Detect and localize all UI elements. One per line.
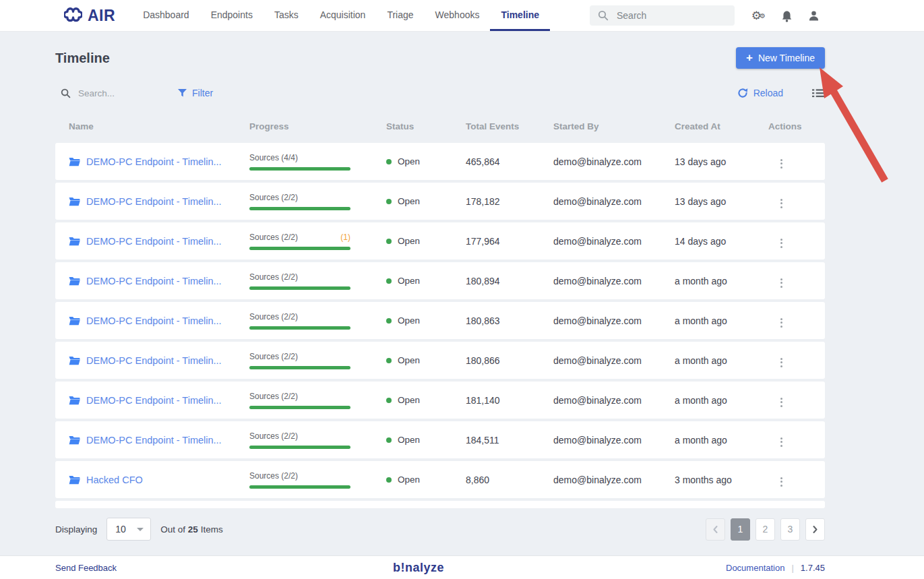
progress-cell: Sources (2/2): [249, 352, 350, 369]
row-actions-kebab-icon[interactable]: [776, 395, 787, 410]
created-at-value: 3 months ago: [675, 475, 768, 485]
progress-bar: [249, 167, 350, 171]
progress-cell: Sources (4/4): [249, 153, 350, 171]
chevron-down-icon: [137, 528, 144, 531]
column-header-progress: Progress: [249, 121, 386, 131]
folder-icon: [69, 316, 80, 326]
total-events-value: 8,860: [466, 475, 553, 485]
created-at-value: 14 days ago: [675, 236, 768, 247]
row-actions-kebab-icon[interactable]: [776, 355, 787, 370]
row-actions-kebab-icon[interactable]: [776, 196, 787, 211]
status-label: Open: [398, 435, 420, 445]
topbar-icons: ⚙⚙: [751, 0, 820, 32]
table-row[interactable]: DEMO-PC Endpoint - Timelin... Sources (2…: [55, 262, 825, 299]
nav-item-tasks[interactable]: Tasks: [264, 0, 309, 31]
timeline-name-link[interactable]: DEMO-PC Endpoint - Timelin...: [86, 395, 222, 406]
timeline-name-link[interactable]: DEMO-PC Endpoint - Timelin...: [86, 315, 222, 326]
timeline-name-link[interactable]: DEMO-PC Endpoint - Timelin...: [86, 276, 222, 286]
folder-icon: [69, 276, 80, 286]
table-row[interactable]: DEMO-PC Endpoint - Timelin... Sources (2…: [55, 382, 825, 419]
nav-item-acquisition[interactable]: Acquisition: [309, 0, 377, 31]
nav-item-timeline[interactable]: Timeline: [490, 0, 550, 31]
reload-label: Reload: [753, 88, 783, 98]
progress-bar: [249, 446, 350, 449]
timeline-name-link[interactable]: DEMO-PC Endpoint - Timelin...: [86, 355, 222, 366]
timelines-table: Name Progress Status Total Events Starte…: [55, 112, 825, 508]
page-buttons: 123: [731, 518, 800, 541]
top-navbar: AIR DashboardEndpointsTasksAcquisitionTr…: [0, 0, 924, 32]
table-row[interactable]: DEMO-PC Endpoint - Timelin... Sources (2…: [55, 302, 825, 339]
page-size-select[interactable]: 10: [106, 518, 151, 541]
progress-bar: [249, 207, 350, 210]
global-search[interactable]: [590, 5, 735, 26]
nav-item-webhooks[interactable]: Webhooks: [425, 0, 491, 31]
sources-label: Sources (2/2): [249, 352, 298, 361]
total-events-value: 180,866: [466, 355, 553, 366]
page-button-2[interactable]: 2: [756, 518, 775, 541]
total-events-value: 180,863: [466, 315, 553, 326]
row-actions-kebab-icon[interactable]: [776, 276, 787, 291]
status-dot-icon: [386, 159, 392, 164]
timeline-name-link[interactable]: DEMO-PC Endpoint - Timelin...: [86, 236, 222, 247]
progress-bar: [249, 366, 350, 369]
next-page-button[interactable]: [805, 518, 825, 541]
row-actions-kebab-icon[interactable]: [776, 236, 787, 251]
previous-page-button[interactable]: [706, 518, 725, 541]
table-search-input[interactable]: [77, 88, 137, 99]
nav-item-endpoints[interactable]: Endpoints: [200, 0, 264, 31]
documentation-link[interactable]: Documentation: [726, 563, 784, 573]
started-by-value: demo@binalyze.com: [553, 236, 675, 247]
column-header-actions: Actions: [768, 121, 825, 131]
filter-label: Filter: [192, 88, 213, 98]
progress-bar: [249, 326, 350, 330]
table-row[interactable]: DEMO-PC Endpoint - Timelin... Sources (2…: [55, 421, 825, 458]
sources-label: Sources (2/2): [249, 193, 298, 202]
row-actions-kebab-icon[interactable]: [776, 156, 787, 171]
row-actions-kebab-icon[interactable]: [776, 475, 787, 489]
row-actions-kebab-icon[interactable]: [776, 435, 787, 450]
page-button-1[interactable]: 1: [731, 518, 750, 541]
nav-item-dashboard[interactable]: Dashboard: [132, 0, 200, 31]
row-actions-kebab-icon[interactable]: [776, 315, 787, 330]
progress-bar: [249, 286, 350, 290]
folder-icon: [69, 435, 80, 445]
started-by-value: demo@binalyze.com: [553, 196, 675, 207]
timeline-name-link[interactable]: DEMO-PC Endpoint - Timelin...: [86, 156, 222, 167]
send-feedback-link[interactable]: Send Feedback: [55, 563, 117, 573]
user-profile-icon[interactable]: [808, 10, 820, 22]
notifications-bell-icon[interactable]: [781, 10, 793, 22]
table-row[interactable]: Hacked CFO Sources (2/2) Open 8,860 demo…: [55, 461, 825, 498]
table-row[interactable]: DEMO-PC Endpoint - Timelin... Sources (4…: [55, 143, 825, 180]
status-label: Open: [398, 355, 420, 365]
column-header-started-by: Started By: [553, 121, 675, 131]
new-timeline-button[interactable]: + New Timeline: [736, 47, 825, 69]
version-label: 1.7.45: [801, 563, 825, 573]
timeline-name-link[interactable]: Hacked CFO: [86, 475, 143, 485]
table-search[interactable]: [61, 88, 137, 99]
sources-label: Sources (2/2): [249, 471, 298, 481]
column-header-status: Status: [386, 121, 466, 131]
settings-gear-icon[interactable]: ⚙⚙: [751, 10, 766, 22]
list-view-icon[interactable]: [812, 88, 825, 98]
started-by-value: demo@binalyze.com: [553, 395, 675, 406]
binalyze-logo: b!nalyze: [393, 561, 444, 575]
timeline-name-link[interactable]: DEMO-PC Endpoint - Timelin...: [86, 196, 222, 207]
page-title: Timeline: [55, 51, 110, 66]
table-row[interactable]: DEMO-PC Endpoint - Timelin... Sources (2…: [55, 342, 825, 379]
table-row[interactable]: DEMO-PC Endpoint - Timelin... Sources (2…: [55, 183, 825, 220]
timeline-name-link[interactable]: DEMO-PC Endpoint - Timelin...: [86, 435, 222, 446]
table-row[interactable]: DEMO-PC Endpoint - Timelin... Sources (2…: [55, 222, 825, 260]
reload-button[interactable]: Reload: [737, 88, 783, 98]
footer-divider: |: [791, 563, 793, 573]
status-label: Open: [398, 156, 420, 166]
pager: 123: [706, 518, 825, 541]
created-at-value: 13 days ago: [675, 156, 768, 167]
status-dot-icon: [386, 239, 392, 244]
filter-button[interactable]: Filter: [178, 88, 213, 98]
started-by-value: demo@binalyze.com: [553, 435, 675, 446]
status-label: Open: [398, 196, 420, 206]
app-logo[interactable]: AIR: [64, 0, 115, 31]
nav-item-triage[interactable]: Triage: [376, 0, 424, 31]
global-search-input[interactable]: [615, 9, 716, 22]
page-button-3[interactable]: 3: [780, 518, 800, 541]
